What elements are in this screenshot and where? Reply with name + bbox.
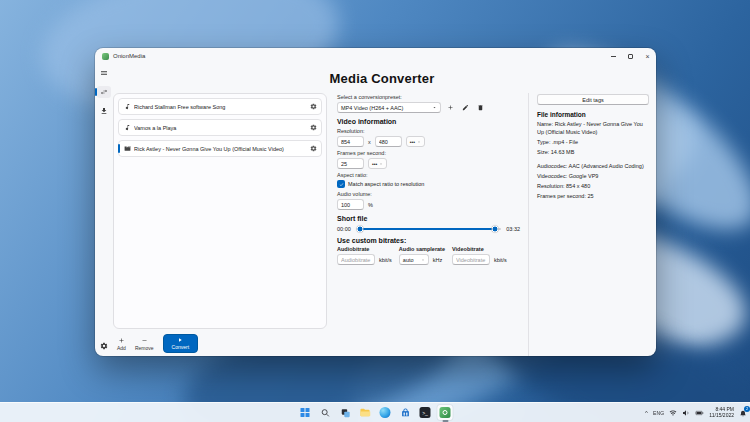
window-title: OnionMedia bbox=[113, 53, 145, 59]
folder-icon bbox=[360, 407, 371, 418]
audio-bitrate-unit: kbit/s bbox=[379, 257, 392, 263]
app-icon bbox=[102, 53, 109, 60]
custom-bitrates-title: Use custom bitrates: bbox=[337, 237, 520, 244]
video-bitrate-input[interactable] bbox=[452, 254, 490, 265]
video-information-title: Video information bbox=[337, 118, 520, 125]
fps-presets-button[interactable]: ••• bbox=[368, 158, 387, 169]
info-name: Name: Rick Astley - Never Gonna Give You… bbox=[537, 121, 649, 137]
chevron-down-icon bbox=[432, 105, 437, 110]
sidebar-item-settings[interactable] bbox=[97, 340, 111, 352]
terminal-button[interactable]: >_ bbox=[418, 405, 433, 420]
audio-samplerate-dropdown[interactable]: auto bbox=[399, 254, 429, 265]
file-label: Vamos a la Playa bbox=[134, 125, 307, 131]
remove-button[interactable]: Remove bbox=[135, 337, 154, 351]
hamburger-icon bbox=[100, 69, 108, 77]
resolution-width-input[interactable] bbox=[337, 136, 364, 147]
notification-center-button[interactable]: 2 bbox=[739, 409, 747, 417]
aspect-ratio-label: Aspect ratio: bbox=[337, 172, 520, 178]
resolution-separator: x bbox=[368, 139, 371, 145]
converter-icon bbox=[100, 88, 108, 96]
audio-samplerate-group: Audio samplerate auto kHz bbox=[399, 246, 445, 265]
preset-dropdown[interactable]: MP4 Video (H264 + AAC) bbox=[337, 102, 441, 113]
add-button[interactable]: Add bbox=[117, 337, 126, 351]
fps-input[interactable] bbox=[337, 158, 364, 169]
plus-icon bbox=[447, 104, 454, 111]
edit-tags-label: Edit tags bbox=[582, 97, 603, 103]
add-preset-button[interactable] bbox=[445, 102, 456, 113]
search-button[interactable] bbox=[318, 405, 333, 420]
item-settings-gear-icon[interactable] bbox=[310, 124, 317, 131]
store-button[interactable] bbox=[398, 405, 413, 420]
convert-button[interactable]: Convert bbox=[163, 334, 199, 353]
chevron-down-icon bbox=[417, 140, 421, 144]
add-label: Add bbox=[117, 345, 126, 351]
info-fps: Frames per second: 25 bbox=[537, 193, 649, 201]
chevron-down-icon bbox=[379, 162, 383, 166]
resolution-height-input[interactable] bbox=[375, 136, 402, 147]
delete-preset-button[interactable] bbox=[475, 102, 486, 113]
aspect-ratio-checkbox[interactable] bbox=[337, 180, 345, 188]
task-view-icon bbox=[340, 408, 350, 418]
info-videocodec: Videocodec: Google VP9 bbox=[537, 173, 649, 181]
edit-preset-button[interactable] bbox=[460, 102, 471, 113]
file-information-panel: Edit tags File information Name: Rick As… bbox=[528, 93, 651, 356]
fps-label: Frames per second: bbox=[337, 150, 520, 156]
sidebar-item-downloader[interactable] bbox=[97, 105, 111, 117]
minimize-button[interactable] bbox=[605, 48, 622, 64]
trim-slider-row: 00:00 03:32 bbox=[337, 226, 520, 232]
file-explorer-button[interactable] bbox=[358, 405, 373, 420]
info-audiocodec: Audiocodec: AAC (Advanced Audio Coding) bbox=[537, 163, 649, 171]
taskbar-clock[interactable]: 8:44 PM 11/15/2022 bbox=[709, 407, 734, 419]
close-button[interactable]: × bbox=[639, 48, 656, 64]
list-item[interactable]: Richard Stallman Free software Song bbox=[118, 98, 322, 115]
taskbar-center: >_ bbox=[298, 403, 453, 422]
language-indicator[interactable]: ENG bbox=[653, 410, 664, 416]
list-item-selected[interactable]: Rick Astley - Never Gonna Give You Up (O… bbox=[118, 140, 322, 157]
trim-slider-track[interactable] bbox=[356, 228, 501, 230]
volume-icon[interactable] bbox=[682, 409, 690, 417]
edge-icon bbox=[380, 407, 391, 418]
onionmedia-window: OnionMedia × bbox=[95, 48, 656, 356]
page-title: Media Converter bbox=[113, 71, 651, 86]
nav-rail bbox=[95, 64, 113, 356]
maximize-icon bbox=[628, 54, 633, 59]
info-resolution: Resolution: 854 x 480 bbox=[537, 183, 649, 191]
trim-end-time: 03:32 bbox=[506, 226, 520, 232]
file-list: Richard Stallman Free software Song Vamo… bbox=[113, 93, 327, 329]
pencil-icon bbox=[462, 104, 469, 111]
task-view-button[interactable] bbox=[338, 405, 353, 420]
hamburger-menu-button[interactable] bbox=[97, 67, 111, 79]
tray-overflow-chevron[interactable]: ^ bbox=[645, 410, 648, 416]
video-bitrate-unit: kbit/s bbox=[494, 257, 507, 263]
download-icon bbox=[100, 107, 108, 115]
more-dots: ••• bbox=[372, 161, 377, 167]
maximize-button[interactable] bbox=[622, 48, 639, 64]
file-label: Rick Astley - Never Gonna Give You Up (O… bbox=[134, 146, 307, 152]
battery-icon[interactable] bbox=[695, 409, 704, 417]
close-icon: × bbox=[645, 53, 649, 60]
start-button[interactable] bbox=[298, 405, 313, 420]
desktop: OnionMedia × bbox=[0, 0, 750, 422]
list-item[interactable]: Vamos a la Playa bbox=[118, 119, 322, 136]
edge-button[interactable] bbox=[378, 405, 393, 420]
preset-value: MP4 Video (H264 + AAC) bbox=[341, 105, 403, 111]
resolution-presets-button[interactable]: ••• bbox=[406, 136, 425, 147]
trim-end-handle[interactable] bbox=[492, 226, 499, 233]
trim-start-time: 00:00 bbox=[337, 226, 351, 232]
sidebar-item-converter[interactable] bbox=[97, 86, 111, 98]
onionmedia-taskbar-button[interactable] bbox=[438, 405, 453, 420]
item-settings-gear-icon[interactable] bbox=[310, 145, 317, 152]
notification-badge: 2 bbox=[744, 406, 750, 412]
audio-samplerate-unit: kHz bbox=[433, 257, 442, 263]
conversion-settings: Select a conversionpreset: MP4 Video (H2… bbox=[337, 93, 520, 356]
item-settings-gear-icon[interactable] bbox=[310, 103, 317, 110]
edit-tags-button[interactable]: Edit tags bbox=[537, 94, 649, 105]
titlebar[interactable]: OnionMedia × bbox=[95, 48, 656, 64]
trim-start-handle[interactable] bbox=[357, 226, 364, 233]
wifi-icon[interactable] bbox=[669, 409, 677, 417]
audio-volume-unit: % bbox=[368, 202, 373, 208]
info-size: Size: 14.63 MB bbox=[537, 149, 649, 157]
audio-bitrate-input[interactable] bbox=[337, 254, 375, 265]
more-dots: ••• bbox=[410, 139, 415, 145]
audio-volume-input[interactable] bbox=[337, 199, 364, 210]
